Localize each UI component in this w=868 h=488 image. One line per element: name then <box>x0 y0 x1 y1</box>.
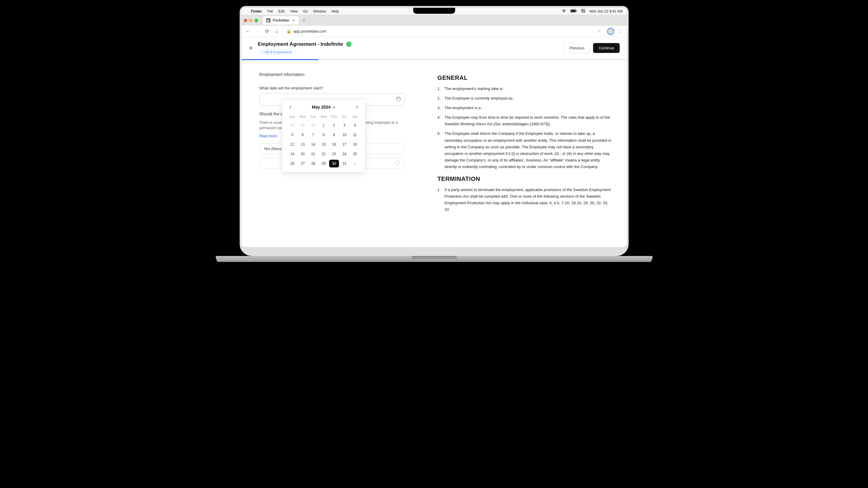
calendar-day[interactable]: 24 <box>340 150 349 158</box>
calendar-dayname: Thu <box>329 113 339 120</box>
calendar-day[interactable]: 3 <box>340 121 349 129</box>
calendar-day[interactable]: 4 <box>350 121 360 129</box>
calendar-dayname: Mon <box>298 113 308 120</box>
section-title: Employment information <box>259 72 405 77</box>
menu-help[interactable]: Help <box>332 9 339 13</box>
browser-menu-icon[interactable]: ⋮ <box>617 28 624 35</box>
menu-window[interactable]: Window <box>313 9 326 13</box>
category-tag[interactable]: ◇ HR & Employment <box>258 49 295 55</box>
menubar-datetime[interactable]: Mon Jun 22 9:41 AM <box>589 9 622 13</box>
document-title: Employment Agreement - Indefinite <box>258 41 343 47</box>
calendar-day[interactable]: 13 <box>298 140 308 148</box>
close-icon[interactable]: ✕ <box>249 45 253 52</box>
calendar-day[interactable]: 11 <box>350 131 360 139</box>
menu-file[interactable]: File <box>267 9 273 13</box>
calendar-day[interactable]: 9 <box>329 131 339 139</box>
calendar-header: May 2024 <box>287 104 360 110</box>
cal-prev-icon[interactable] <box>287 104 293 110</box>
screen: Finder File Edit View Go Window Help Mon… <box>242 8 627 247</box>
previous-button[interactable]: Previous <box>564 43 590 53</box>
calendar-day[interactable]: 8 <box>319 131 329 139</box>
header-title-wrap: Employment Agreement - Indefinite ✓ ◇ HR… <box>258 41 352 55</box>
calendar-dayname: Sat <box>350 113 360 120</box>
read-more-link[interactable]: Read more <box>259 134 277 138</box>
tab-close-icon[interactable]: × <box>292 18 295 23</box>
svg-point-4 <box>582 9 583 10</box>
svg-rect-2 <box>576 10 577 11</box>
calendar-day[interactable]: 1 <box>350 160 360 167</box>
calendar-day[interactable]: 17 <box>340 140 349 148</box>
doc-item4-em: arbetstidslagen (1982:673) <box>502 122 549 126</box>
calendar-day[interactable]: 30 <box>308 121 318 129</box>
doc-item-text: The Employee may from time to time be re… <box>445 114 612 127</box>
nav-reload-icon[interactable]: ⟳ <box>264 28 271 35</box>
calendar-day[interactable]: 12 <box>287 140 298 148</box>
laptop-frame: Finder File Edit View Go Window Help Mon… <box>240 6 629 256</box>
calendar-day[interactable]: 28 <box>287 121 298 129</box>
bookmark-star-icon[interactable]: ☆ <box>597 29 601 33</box>
calendar-day[interactable]: 27 <box>298 160 308 167</box>
header-actions: Previous Continue <box>564 43 620 53</box>
content: Employment information What date will th… <box>242 60 627 247</box>
calendar-day[interactable]: 7 <box>308 131 318 139</box>
continue-button[interactable]: Continue <box>593 43 619 53</box>
calendar-day[interactable]: 21 <box>308 150 318 158</box>
doc-list-general: 1.The employment's starting date is . 2.… <box>437 86 612 170</box>
calendar-day[interactable]: 30 <box>329 160 339 167</box>
new-tab-button[interactable]: + <box>301 17 307 23</box>
laptop-base <box>412 256 457 260</box>
calendar-day[interactable]: 1 <box>319 121 329 129</box>
calendar-dayname: Fri <box>340 113 349 120</box>
svg-point-6 <box>584 11 585 12</box>
chevron-down-icon <box>333 105 335 109</box>
header-title-row: Employment Agreement - Indefinite ✓ <box>258 41 352 47</box>
menubar-app-name[interactable]: Finder <box>251 9 262 13</box>
doc-list-termination: 1.If a party wishes to terminate the emp… <box>437 187 612 213</box>
cal-next-icon[interactable] <box>354 104 360 110</box>
calendar-day[interactable]: 31 <box>340 160 349 167</box>
doc-item-text: The employment is a . <box>445 105 483 111</box>
window-maximize[interactable] <box>255 19 258 22</box>
menubar-right: Mon Jun 22 9:41 AM <box>562 9 622 14</box>
calendar-day[interactable]: 14 <box>308 140 318 148</box>
calendar-day[interactable]: 23 <box>329 150 339 158</box>
doc-item: 3.The employment is a . <box>437 105 612 111</box>
menu-view[interactable]: View <box>290 9 298 13</box>
calendar-day[interactable]: 6 <box>298 131 308 139</box>
calendar-day[interactable]: 29 <box>298 121 308 129</box>
calendar-day[interactable]: 26 <box>287 160 298 167</box>
nav-forward-icon[interactable]: → <box>254 28 261 35</box>
calendar-day[interactable]: 10 <box>340 131 349 139</box>
calendar-day[interactable]: 20 <box>298 150 308 158</box>
calendar-day[interactable]: 16 <box>329 140 339 148</box>
calendar-dayname: Tue <box>308 113 318 120</box>
nav-back-icon[interactable]: ← <box>244 28 252 35</box>
browser-tab-active[interactable]: ◉ Pocketlaw × <box>263 16 299 25</box>
calendar-day[interactable]: 15 <box>319 140 329 148</box>
battery-icon[interactable] <box>570 9 577 13</box>
menu-edit[interactable]: Edit <box>279 9 285 13</box>
calendar-day[interactable]: 2 <box>329 121 339 129</box>
calendar-day[interactable]: 5 <box>287 131 298 139</box>
window-minimize[interactable] <box>249 19 252 22</box>
calendar-dayname: Wed <box>319 113 329 120</box>
calendar-day[interactable]: 29 <box>319 160 329 167</box>
doc-item-text: If a party wishes to terminate the emplo… <box>445 187 612 213</box>
calendar-month-selector[interactable]: May 2024 <box>312 105 335 109</box>
calendar-icon <box>396 97 401 102</box>
menu-go[interactable]: Go <box>303 9 308 13</box>
wifi-icon[interactable] <box>562 9 566 13</box>
svg-rect-3 <box>581 9 585 10</box>
doc-heading-termination: TERMINATION <box>437 175 612 183</box>
url-bar[interactable]: 🔒 app.pocketlaw.com ☆ <box>283 28 605 35</box>
calendar-day[interactable]: 25 <box>350 150 360 158</box>
control-center-icon[interactable] <box>581 9 585 14</box>
calendar-day[interactable]: 22 <box>319 150 329 158</box>
window-close[interactable] <box>244 19 247 22</box>
profile-avatar[interactable] <box>607 28 614 35</box>
calendar-day[interactable]: 18 <box>350 140 360 148</box>
calendar-day[interactable]: 28 <box>308 160 318 167</box>
doc-item: 4.The Employee may from time to time be … <box>437 114 612 127</box>
calendar-day[interactable]: 19 <box>287 150 298 158</box>
nav-home-icon[interactable]: ⌂ <box>273 28 280 35</box>
